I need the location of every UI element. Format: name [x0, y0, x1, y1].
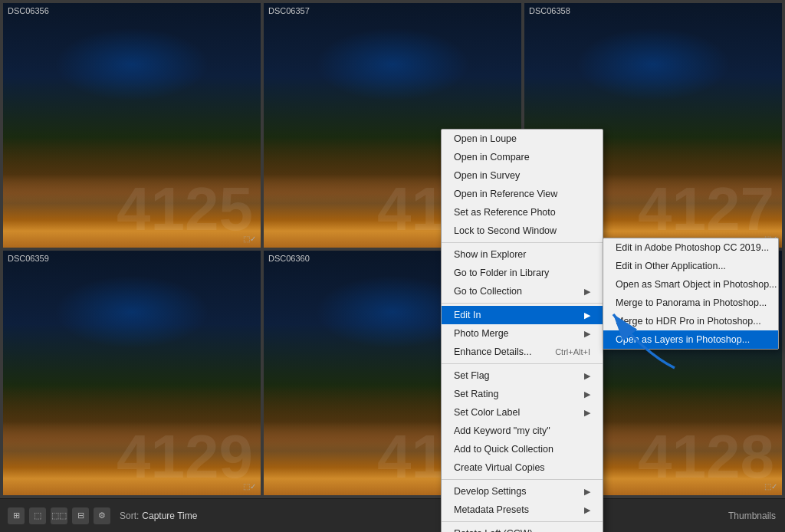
photo-cell-1[interactable]: DSC06356 4125 ⬚✓ — [3, 3, 261, 248]
menu-metadata-presets[interactable]: Metadata Presets ▶ — [442, 501, 603, 519]
menu-rotate-left[interactable]: Rotate Left (CCW) — [442, 524, 603, 532]
submenu-merge-panorama[interactable]: Merge to Panorama in Photoshop... — [603, 294, 778, 312]
photo-number-4: 4129 — [117, 426, 253, 488]
separator-1 — [442, 242, 603, 243]
toolbar-icon-compare[interactable]: ⬚⬚ — [51, 507, 67, 524]
photo-label-3: DSC06358 — [529, 6, 570, 15]
photo-number-6: 4128 — [638, 426, 774, 488]
separator-3 — [442, 363, 603, 364]
menu-create-virtual-copies[interactable]: Create Virtual Copies — [442, 458, 603, 477]
menu-enhance-details[interactable]: Enhance Details... Ctrl+Alt+I — [442, 343, 603, 361]
photo-badge-1: ⬚✓ — [243, 235, 256, 243]
photo-badge-6: ⬚✓ — [764, 482, 777, 491]
photo-label-1: DSC06356 — [8, 6, 49, 15]
submenu-edit-other[interactable]: Edit in Other Application... — [603, 257, 778, 275]
toolbar-icon-loupe[interactable]: ⬚ — [29, 507, 46, 524]
arrow-icon-set-rating: ▶ — [584, 389, 590, 399]
separator-2 — [442, 303, 603, 304]
submenu-edit-photoshop[interactable]: Edit in Adobe Photoshop CC 2019... — [603, 238, 778, 257]
menu-set-reference-photo[interactable]: Set as Reference Photo — [442, 203, 603, 222]
arrow-icon-set-color-label: ▶ — [584, 408, 590, 418]
toolbar-icons: ⊞ ⬚ ⬚⬚ ⊟ ⚙ — [8, 507, 110, 524]
menu-open-survey[interactable]: Open in Survey — [442, 166, 603, 185]
menu-set-color-label[interactable]: Set Color Label ▶ — [442, 403, 603, 422]
menu-set-rating[interactable]: Set Rating ▶ — [442, 385, 603, 403]
submenu-open-smart-object[interactable]: Open as Smart Object in Photoshop... — [603, 275, 778, 294]
menu-go-folder[interactable]: Go to Folder in Library — [442, 264, 603, 282]
toolbar-icon-settings[interactable]: ⚙ — [94, 507, 110, 524]
submenu-open-layers[interactable]: Open as Layers in Photoshop... — [603, 330, 778, 349]
toolbar-icon-grid[interactable]: ⊞ — [8, 507, 25, 524]
photo-number-3: 4127 — [638, 179, 774, 240]
arrow-icon-photo-merge: ▶ — [584, 329, 590, 339]
arrow-icon-collection: ▶ — [584, 287, 590, 297]
menu-add-keyword[interactable]: Add Keyword "my city" — [442, 422, 603, 440]
menu-lock-second-window[interactable]: Lock to Second Window — [442, 222, 603, 240]
photo-label-5: DSC06360 — [268, 254, 310, 263]
separator-5 — [442, 521, 603, 522]
menu-show-explorer[interactable]: Show in Explorer — [442, 245, 603, 264]
arrow-icon-set-flag: ▶ — [584, 371, 590, 381]
photo-badge-4: ⬚✓ — [243, 482, 256, 491]
photo-label-2: DSC06357 — [268, 6, 310, 15]
toolbar-icon-survey[interactable]: ⊟ — [72, 507, 89, 524]
sort-value[interactable]: Capture Time — [142, 511, 197, 521]
thumbnails-label: Thumbnails — [728, 511, 776, 521]
separator-4 — [442, 479, 603, 480]
photo-cell-4[interactable]: DSC06359 4129 ⬚✓ — [3, 251, 261, 495]
context-menu: Open in Loupe Open in Compare Open in Su… — [441, 129, 603, 532]
photo-number-1: 4125 — [117, 179, 253, 240]
photo-label-4: DSC06359 — [8, 254, 49, 263]
menu-photo-merge[interactable]: Photo Merge ▶ — [442, 324, 603, 343]
submenu-merge-hdr[interactable]: Merge to HDR Pro in Photoshop... — [603, 312, 778, 330]
arrow-icon-metadata-presets: ▶ — [584, 505, 590, 515]
menu-open-loupe[interactable]: Open in Loupe — [442, 130, 603, 148]
edit-in-submenu: Edit in Adobe Photoshop CC 2019... Edit … — [603, 238, 779, 350]
menu-open-reference-view[interactable]: Open in Reference View — [442, 185, 603, 203]
menu-develop-settings[interactable]: Develop Settings ▶ — [442, 482, 603, 501]
menu-edit-in[interactable]: Edit In ▶ — [442, 306, 603, 324]
menu-add-quick-collection[interactable]: Add to Quick Collection — [442, 440, 603, 458]
arrow-icon-develop-settings: ▶ — [584, 487, 590, 497]
menu-set-flag[interactable]: Set Flag ▶ — [442, 366, 603, 385]
arrow-icon-edit-in: ▶ — [584, 310, 590, 320]
sort-label: Sort: — [120, 511, 139, 521]
menu-go-collection[interactable]: Go to Collection ▶ — [442, 282, 603, 300]
shortcut-enhance: Ctrl+Alt+I — [555, 347, 590, 356]
menu-open-compare[interactable]: Open in Compare — [442, 148, 603, 166]
bottom-toolbar: ⊞ ⬚ ⬚⬚ ⊟ ⚙ Sort: Capture Time Thumbnails — [0, 498, 785, 532]
